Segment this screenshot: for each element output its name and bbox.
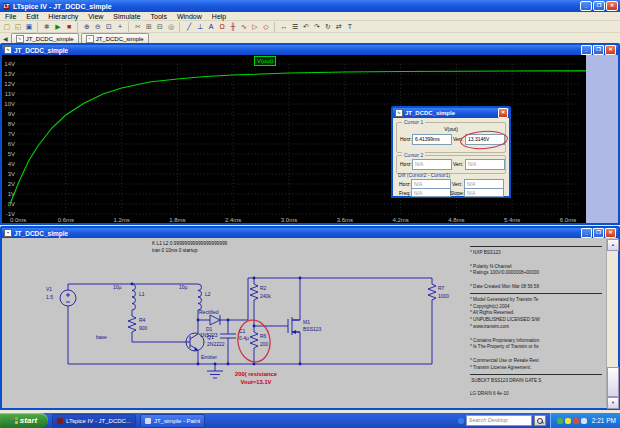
text-button[interactable]: T [345, 22, 355, 32]
drag-button[interactable]: ☰ [290, 22, 300, 32]
toolbar: ▢◱▣✱▶■⊕⊖⊡+✂⊞⊟◎╱⊥AΩ╫∿▷◇↔☰↶↷↻⇄T [0, 21, 620, 33]
scrollbar-thumb[interactable] [607, 367, 619, 397]
schematic-close-button[interactable]: ✕ [605, 228, 616, 238]
model-text-line [470, 257, 602, 264]
pan-button[interactable]: + [115, 22, 125, 32]
move-button[interactable]: ↔ [279, 22, 289, 32]
red-circle-annotation [459, 129, 508, 150]
cursor2-vert-field[interactable]: N/A [465, 159, 505, 170]
taskbar: start LTspice IV - JT_DCDC... JT_simple … [0, 413, 620, 428]
x-axis-tick: 3.0ms [281, 217, 297, 223]
menu-tools[interactable]: Tools [146, 13, 172, 20]
diff-freq-field[interactable]: N/A [411, 188, 451, 197]
cursor-dialog-close-button[interactable]: ✕ [498, 108, 508, 118]
annotation-line-1: 200( resistance [235, 371, 278, 377]
menu-view[interactable]: View [83, 13, 108, 20]
label-button[interactable]: A [206, 22, 216, 32]
close-button[interactable]: ✕ [606, 1, 618, 11]
network-icon[interactable] [565, 418, 571, 424]
cut-button[interactable]: ✂ [133, 22, 143, 32]
schematic-maximize-button[interactable]: ❐ [593, 228, 604, 238]
v1-name: V1 [46, 286, 52, 292]
menu-edit[interactable]: Edit [21, 13, 43, 20]
tab-schematic[interactable]: ⌁ JT_DCDC_simple [81, 33, 149, 43]
y-axis-tick: 9V [8, 111, 15, 117]
node-label-base: base [96, 334, 107, 340]
taskbar-item-ltspice[interactable]: LTspice IV - JT_DCDC... [52, 414, 136, 428]
scroll-up-icon[interactable]: ▲ [607, 239, 619, 251]
paste-button[interactable]: ⊟ [155, 22, 165, 32]
task-label: JT_simple - Paint [154, 418, 200, 424]
minimize-button[interactable]: _ [580, 1, 592, 11]
update-icon[interactable] [557, 418, 563, 424]
schematic-minimize-button[interactable]: _ [581, 228, 592, 238]
y-axis-tick: 5V [8, 151, 15, 157]
menu-simulate[interactable]: Simulate [108, 13, 145, 20]
resistor-button[interactable]: Ω [217, 22, 227, 32]
waveform-maximize-button[interactable]: ❐ [593, 45, 604, 55]
mirror-button[interactable]: ⇄ [334, 22, 344, 32]
zoom-in-button[interactable]: ⊕ [82, 22, 92, 32]
diff-horz-label: Horz: [399, 181, 411, 187]
start-button[interactable]: start [0, 413, 48, 428]
capacitor-button[interactable]: ╫ [228, 22, 238, 32]
y-axis-tick: 6V [8, 141, 15, 147]
model-text-line: * Commercial Use or Resale Rest [470, 358, 602, 365]
zoom-fit-button[interactable]: ⊡ [104, 22, 114, 32]
find-button[interactable]: ◎ [166, 22, 176, 32]
tab-scroll-left-icon[interactable]: ◀ [3, 35, 8, 42]
menu-hierarchy[interactable]: Hierarchy [43, 13, 83, 20]
open-button[interactable]: ◱ [13, 22, 23, 32]
model-text-line: * Copyright(c) 2004 [470, 304, 602, 311]
diff-slope-field[interactable]: N/A [464, 188, 504, 197]
new-schematic-button[interactable]: ▢ [2, 22, 12, 32]
x-axis-tick: 6.0ms [560, 217, 576, 223]
redo-button[interactable]: ↷ [312, 22, 322, 32]
x-axis-tick: 2.4ms [225, 217, 241, 223]
waveform-close-button[interactable]: ✕ [605, 45, 616, 55]
volume-icon[interactable] [581, 418, 587, 424]
control-panel-button[interactable]: ✱ [42, 22, 52, 32]
d1-value: 1N5223 [200, 332, 218, 338]
scroll-down-icon[interactable]: ▼ [607, 397, 619, 409]
undo-button[interactable]: ↶ [301, 22, 311, 32]
inductor-button[interactable]: ∿ [239, 22, 249, 32]
waveform-minimize-button[interactable]: _ [581, 45, 592, 55]
component-button[interactable]: ◇ [261, 22, 271, 32]
ground-button[interactable]: ⊥ [195, 22, 205, 32]
l2-value: 10µ [179, 284, 188, 290]
cursor1-horz-field[interactable]: 6.41399ms [412, 134, 452, 145]
tab-waveform[interactable]: ∿ JT_DCDC_simple [11, 33, 79, 43]
maximize-button[interactable]: ❐ [593, 1, 605, 11]
wire-button[interactable]: ╱ [184, 22, 194, 32]
y-axis-tick: 4V [8, 161, 15, 167]
model-text-line: * All Rights Reserved. [470, 310, 602, 317]
trace-label[interactable]: V(out) [254, 56, 276, 66]
run-button[interactable]: ▶ [53, 22, 63, 32]
main-title: LTspice IV - JT_DCDC_simple [13, 3, 112, 10]
cursor2-horz-field[interactable]: N/A [412, 159, 452, 170]
l1-name: L1 [139, 291, 145, 297]
menu-window[interactable]: Window [172, 13, 207, 20]
security-icon[interactable] [573, 418, 579, 424]
menu-help[interactable]: Help [207, 13, 231, 20]
r4-value: 900 [139, 325, 148, 331]
toolbar-separator [274, 22, 277, 32]
model-text-line: * Ratings 100V/0.0000008+00000 [470, 270, 602, 277]
voltage-source-symbol [60, 290, 76, 306]
taskbar-item-paint[interactable]: JT_simple - Paint [140, 414, 205, 428]
save-button[interactable]: ▣ [24, 22, 34, 32]
rotate-button[interactable]: ↻ [323, 22, 333, 32]
search-input[interactable]: Search Desktop [466, 415, 532, 426]
x-axis-tick: 1.8ms [169, 217, 185, 223]
search-magnifier-icon[interactable] [534, 415, 546, 426]
menu-file[interactable]: File [0, 13, 21, 20]
waveform-window-icon: ∿ [4, 46, 12, 54]
x-axis-tick: 4.2ms [392, 217, 408, 223]
diode-button[interactable]: ▷ [250, 22, 260, 32]
copy-button[interactable]: ⊞ [144, 22, 154, 32]
halt-button[interactable]: ■ [64, 22, 74, 32]
schematic-window-icon: ⌁ [4, 229, 12, 237]
zoom-out-button[interactable]: ⊖ [93, 22, 103, 32]
schematic-vertical-scrollbar[interactable]: ▲ ▼ [606, 239, 618, 407]
